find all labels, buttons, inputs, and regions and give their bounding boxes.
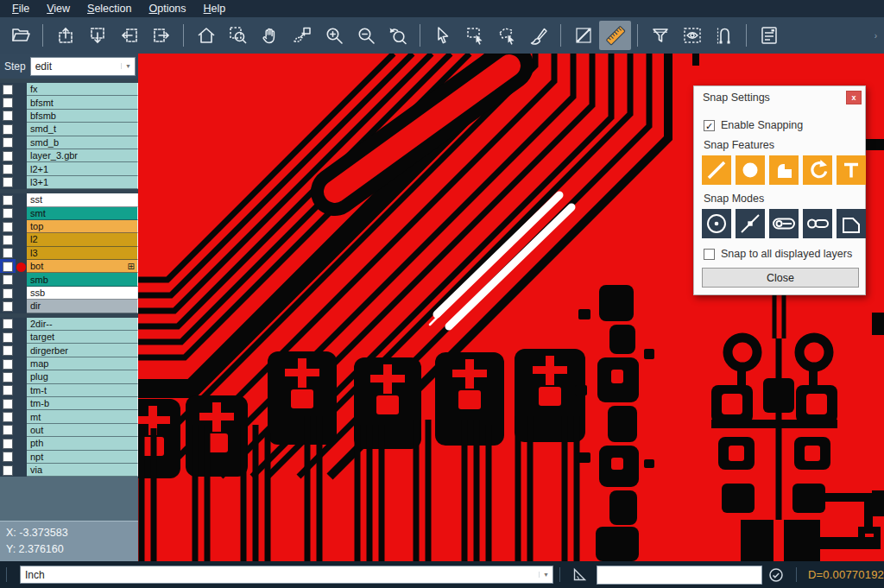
snap-feature-pad-corner-button[interactable] [769, 155, 799, 185]
select-polygon-button[interactable] [490, 21, 522, 50]
layer-visibility-checkbox[interactable] [3, 288, 13, 299]
enable-snapping-checkbox[interactable]: ✓ [704, 120, 715, 131]
layer-visibility-checkbox[interactable] [3, 124, 13, 135]
select-cursor-button[interactable] [426, 21, 458, 50]
layer-row-bfsmt[interactable]: bfsmt [0, 96, 138, 109]
layer-visibility-checkbox[interactable] [3, 85, 13, 95]
layer-label[interactable]: ssb [27, 287, 138, 300]
layer-row-smt[interactable]: smt [0, 207, 138, 220]
layer-row-sst[interactable]: sst [0, 193, 138, 206]
layer-row-dir[interactable]: dir [0, 300, 138, 313]
layer-label[interactable]: tm-t [27, 384, 138, 397]
layer-row-mt[interactable]: mt [0, 410, 138, 423]
layer-row-smb[interactable]: smb [0, 273, 138, 286]
snap-mode-center-button[interactable] [702, 209, 731, 238]
layer-label[interactable]: smt [27, 207, 138, 220]
layer-label[interactable]: dirgerber [27, 344, 138, 357]
pan-right-button[interactable] [145, 21, 177, 50]
pan-hand-button[interactable] [254, 21, 286, 50]
layer-row-bfsmb[interactable]: bfsmb [0, 110, 138, 123]
zoom-dynamic-button[interactable] [286, 21, 318, 50]
layer-visibility-checkbox[interactable] [3, 319, 13, 329]
layer-row-dirgerber[interactable]: dirgerber [0, 344, 138, 357]
zoom-window-button[interactable] [222, 21, 254, 50]
open-file-button[interactable] [4, 21, 36, 50]
layer-label[interactable]: sst [27, 193, 138, 206]
layer-row-l2[interactable]: l2 [0, 233, 138, 246]
layer-row-smd_t[interactable]: smd_t [0, 123, 138, 136]
measure-input[interactable] [597, 566, 762, 585]
layer-visibility-checkbox[interactable] [3, 439, 13, 449]
view-options-button[interactable] [676, 21, 708, 50]
apply-check-icon[interactable] [767, 566, 785, 584]
snap-feature-pad-circle-button[interactable] [736, 155, 765, 185]
dialog-close-icon[interactable]: x [846, 91, 862, 104]
layer-row-ssb[interactable]: ssb [0, 287, 138, 300]
layer-visibility-checkbox[interactable] [3, 164, 13, 174]
layer-visibility-checkbox[interactable] [3, 222, 13, 232]
layer-visibility-checkbox[interactable] [3, 359, 13, 370]
layer-row-target[interactable]: target [0, 331, 138, 344]
layer-row-map[interactable]: map [0, 357, 138, 370]
layer-visibility-checkbox[interactable] [3, 208, 13, 218]
layer-visibility-checkbox[interactable] [3, 345, 13, 356]
layer-row-tm-b[interactable]: tm-b [0, 397, 138, 410]
layer-label[interactable]: map [27, 357, 138, 370]
layer-label[interactable]: 2dir-- [27, 318, 138, 331]
zoom-out-button[interactable] [350, 21, 382, 50]
snap-feature-text-button[interactable] [837, 155, 866, 185]
layer-visibility-checkbox[interactable] [3, 465, 13, 476]
layer-label[interactable]: l3+1 [27, 176, 138, 189]
layer-label[interactable]: bot⊞ [27, 260, 138, 273]
layer-visibility-checkbox[interactable] [3, 412, 13, 422]
dialog-close-button[interactable]: Close [702, 268, 859, 288]
zoom-previous-button[interactable] [382, 21, 414, 50]
layer-row-pth[interactable]: pth [0, 437, 138, 450]
layer-visibility-checkbox[interactable] [3, 452, 13, 462]
layer-row-2dir--[interactable]: 2dir-- [0, 318, 138, 331]
layer-visibility-checkbox[interactable] [3, 177, 13, 187]
layer-visibility-checkbox[interactable] [3, 248, 13, 258]
layer-row-l3+1[interactable]: l3+1 [0, 176, 138, 189]
layer-visibility-checkbox[interactable] [3, 111, 13, 121]
layer-visibility-checkbox[interactable] [3, 399, 13, 409]
layer-row-l3[interactable]: l3 [0, 247, 138, 260]
layer-row-bot[interactable]: bot⊞ [0, 260, 138, 273]
layer-label[interactable]: npt [27, 451, 138, 464]
layer-label[interactable]: layer_3.gbr [27, 149, 138, 162]
layer-label[interactable]: top [27, 220, 138, 233]
layer-visibility-checkbox[interactable] [3, 372, 13, 383]
step-select[interactable]: edit ▼ [30, 57, 136, 76]
layer-label[interactable]: pth [27, 437, 138, 450]
units-select[interactable]: Inch ▼ [20, 566, 553, 584]
layer-visibility-checkbox[interactable] [3, 332, 13, 343]
filter-button[interactable] [644, 21, 676, 50]
measure-line-button[interactable] [567, 21, 599, 50]
paint-brush-button[interactable] [522, 21, 554, 50]
layer-label[interactable]: bfsmt [27, 96, 138, 109]
layer-label[interactable]: dir [27, 300, 138, 313]
layer-visibility-checkbox[interactable] [3, 262, 13, 272]
menu-item-file[interactable]: File [3, 1, 38, 16]
layer-row-via[interactable]: via [0, 464, 138, 477]
net-trace-button[interactable] [708, 21, 740, 50]
layer-label[interactable]: fx [27, 83, 138, 96]
layer-label[interactable]: smd_b [27, 136, 138, 149]
layer-visibility-checkbox[interactable] [3, 385, 13, 395]
menu-item-view[interactable]: View [38, 1, 79, 16]
report-panel-button[interactable] [753, 21, 785, 50]
snap-feature-arc-button[interactable] [803, 155, 832, 185]
snap-feature-line-button[interactable] [702, 155, 731, 185]
layer-visibility-checkbox[interactable] [3, 98, 13, 108]
layer-row-plug[interactable]: plug [0, 370, 138, 383]
pan-down-button[interactable] [81, 21, 113, 50]
layer-grid-icon[interactable]: ⊞ [128, 262, 135, 271]
layer-visibility-checkbox[interactable] [3, 275, 13, 285]
snap-mode-slot-left-button[interactable] [769, 209, 799, 238]
layer-row-npt[interactable]: npt [0, 451, 138, 464]
layer-visibility-checkbox[interactable] [3, 301, 13, 312]
layer-label[interactable]: l2+1 [27, 162, 138, 175]
pan-up-button[interactable] [49, 21, 81, 50]
layer-row-layer_3.gbr[interactable]: layer_3.gbr [0, 149, 138, 162]
layer-row-out[interactable]: out [0, 424, 138, 437]
